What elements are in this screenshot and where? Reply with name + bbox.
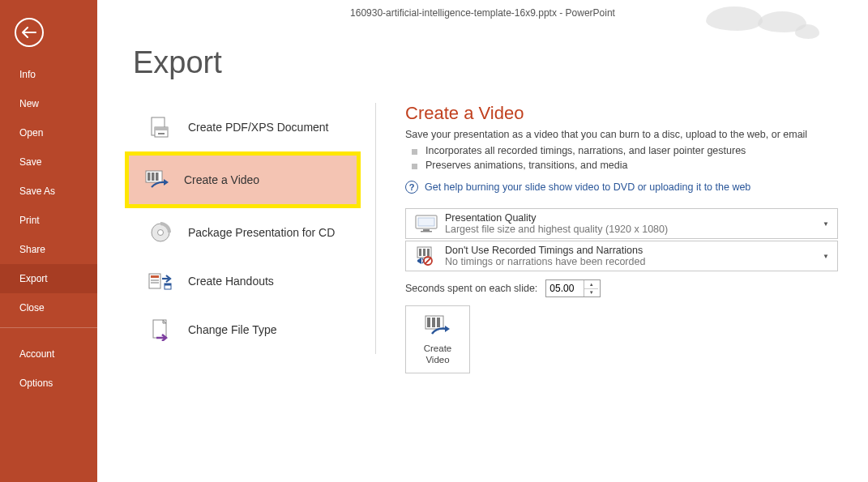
svg-rect-13 [151, 282, 159, 284]
export-option-pdfxps[interactable]: Create PDF/XPS Document [133, 103, 356, 151]
nav-account[interactable]: Account [0, 339, 97, 369]
svg-rect-24 [427, 249, 430, 256]
monitor-icon [413, 215, 440, 232]
timings-dropdown[interactable]: Don't Use Recorded Timings and Narration… [405, 241, 838, 271]
bullet-text: Incorporates all recorded timings, narra… [425, 145, 746, 156]
timings-sub: No timings or narrations have been recor… [445, 256, 818, 267]
sidebar-divider [0, 327, 97, 328]
handouts-icon [146, 271, 175, 291]
main-panel: Export Create PDF/XPS DocumentCreate a V… [97, 0, 868, 482]
cd-icon [146, 222, 175, 243]
video-icon [142, 169, 171, 190]
bullet-row: Preserves animations, transitions, and m… [412, 158, 838, 173]
nav-export[interactable]: Export [0, 264, 97, 293]
chevron-down-icon: ▼ [823, 253, 829, 260]
detail-bullets: Incorporates all recorded timings, narra… [412, 143, 838, 173]
bullet-square-icon [412, 149, 417, 155]
page-title: Export [133, 45, 868, 80]
nav-save[interactable]: Save [0, 147, 97, 177]
quality-title: Presentation Quality [445, 212, 818, 224]
svg-rect-12 [151, 279, 159, 281]
create-video-button[interactable]: Create Video [405, 305, 470, 373]
timings-title: Don't Use Recorded Timings and Narration… [445, 245, 818, 256]
svg-rect-3 [158, 133, 165, 134]
svg-rect-29 [432, 318, 435, 327]
nav-info[interactable]: Info [0, 60, 97, 89]
create-video-label: Create Video [424, 343, 452, 366]
spinner-up[interactable]: ▲ [584, 280, 598, 289]
arrow-left-icon [22, 27, 36, 38]
help-icon: ? [405, 181, 418, 194]
detail-subtitle: Save your presentation as a video that y… [405, 129, 838, 140]
export-options-list: Create PDF/XPS DocumentCreate a VideoPac… [133, 103, 376, 354]
nav-print[interactable]: Print [0, 206, 97, 235]
backstage-sidebar: InfoNewOpenSaveSave AsPrintShareExportCl… [0, 0, 97, 482]
svg-rect-22 [419, 249, 421, 256]
nav-close[interactable]: Close [0, 293, 97, 322]
export-detail-panel: Create a Video Save your presentation as… [376, 103, 854, 373]
export-option-label: Package Presentation for CD [188, 226, 335, 239]
svg-rect-7 [156, 173, 159, 181]
narrations-blocked-icon [413, 246, 440, 266]
svg-rect-2 [155, 127, 168, 130]
highlight-box: Create a Video [125, 151, 361, 208]
export-option-filetype[interactable]: Change File Type [133, 305, 356, 354]
export-option-cd[interactable]: Package Presentation for CD [133, 208, 356, 257]
svg-rect-28 [427, 318, 430, 327]
svg-rect-18 [418, 218, 434, 226]
back-button[interactable] [15, 18, 44, 47]
svg-rect-11 [151, 275, 159, 278]
svg-rect-30 [437, 318, 440, 327]
seconds-spinner[interactable]: ▲ ▼ [545, 279, 601, 297]
svg-rect-19 [423, 229, 430, 231]
quality-sub: Largest file size and highest quality (1… [445, 224, 818, 235]
nav-new[interactable]: New [0, 89, 97, 118]
video-icon [424, 313, 451, 339]
export-option-label: Create a Video [184, 173, 259, 186]
svg-rect-6 [152, 173, 155, 181]
detail-title: Create a Video [405, 103, 838, 124]
svg-rect-20 [421, 231, 432, 232]
chevron-down-icon: ▼ [823, 220, 829, 228]
bullet-row: Incorporates all recorded timings, narra… [412, 143, 838, 158]
nav-options[interactable]: Options [0, 369, 97, 398]
bullet-square-icon [412, 164, 417, 169]
svg-rect-15 [165, 284, 171, 286]
export-option-handouts[interactable]: Create Handouts [133, 257, 356, 305]
svg-line-26 [425, 258, 431, 264]
seconds-label: Seconds spent on each slide: [405, 283, 537, 294]
spinner-down[interactable]: ▼ [584, 289, 598, 297]
pdf-xps-icon [146, 116, 175, 139]
help-link[interactable]: Get help burning your slide show video t… [425, 181, 750, 193]
seconds-input[interactable] [546, 280, 584, 296]
export-option-video[interactable]: Create a Video [129, 156, 357, 204]
filetype-icon [146, 318, 175, 341]
svg-rect-23 [423, 249, 425, 256]
svg-rect-5 [148, 173, 151, 181]
bullet-text: Preserves animations, transitions, and m… [425, 160, 627, 171]
nav-share[interactable]: Share [0, 235, 97, 264]
help-row: ? Get help burning your slide show video… [405, 181, 838, 194]
svg-point-9 [158, 230, 164, 236]
export-option-label: Create PDF/XPS Document [188, 121, 329, 134]
export-option-label: Change File Type [188, 323, 276, 336]
export-option-label: Create Handouts [188, 275, 274, 288]
quality-dropdown[interactable]: Presentation Quality Largest file size a… [405, 208, 838, 239]
nav-save-as[interactable]: Save As [0, 177, 97, 206]
nav-open[interactable]: Open [0, 118, 97, 147]
